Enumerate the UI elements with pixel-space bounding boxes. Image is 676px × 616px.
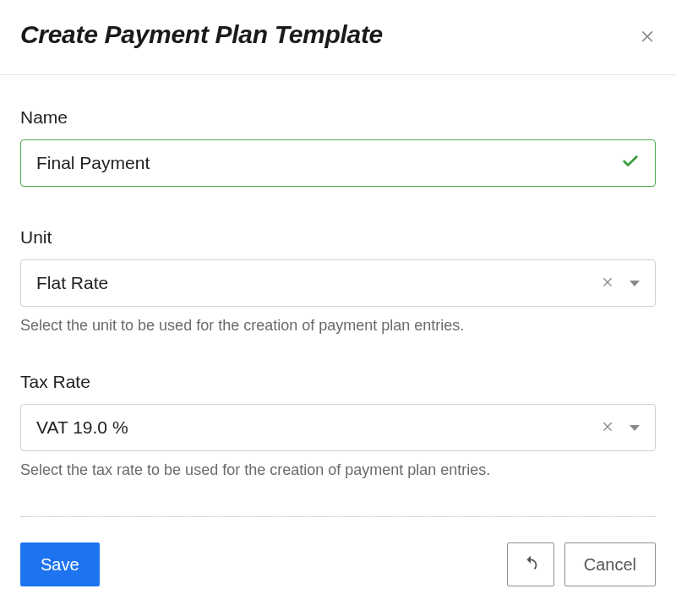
chevron-down-icon[interactable] [630, 281, 640, 286]
name-input[interactable] [36, 153, 621, 173]
unit-select[interactable]: Flat Rate [20, 259, 656, 307]
unit-selected-value: Flat Rate [36, 273, 601, 293]
unit-field: Unit Flat Rate Select the unit to be use… [20, 227, 656, 335]
cancel-button[interactable]: Cancel [564, 542, 656, 586]
undo-icon [521, 553, 540, 576]
modal-body: Name Unit Flat Rate Select the unit to b… [0, 75, 676, 479]
modal-title: Create Payment Plan Template [20, 20, 383, 49]
create-payment-plan-template-modal: Create Payment Plan Template Name Unit F… [0, 0, 676, 607]
chevron-down-icon[interactable] [630, 425, 640, 431]
tax-rate-help-text: Select the tax rate to be used for the c… [20, 461, 656, 479]
save-button[interactable]: Save [20, 542, 100, 586]
reset-button[interactable] [507, 542, 554, 586]
unit-label: Unit [20, 227, 656, 248]
clear-icon[interactable] [601, 419, 630, 436]
clear-icon[interactable] [601, 275, 630, 292]
name-label: Name [20, 107, 656, 128]
tax-rate-field: Tax Rate VAT 19.0 % Select the tax rate … [20, 372, 656, 479]
close-icon[interactable] [639, 27, 656, 44]
unit-help-text: Select the unit to be used for the creat… [20, 317, 656, 335]
checkmark-icon [621, 152, 640, 174]
tax-rate-select[interactable]: VAT 19.0 % [20, 404, 656, 451]
modal-footer: Save Cancel [0, 517, 676, 607]
name-input-wrap[interactable] [20, 139, 656, 187]
tax-rate-label: Tax Rate [20, 372, 656, 392]
modal-header: Create Payment Plan Template [0, 0, 676, 75]
name-field: Name [20, 107, 656, 187]
tax-rate-selected-value: VAT 19.0 % [36, 417, 601, 438]
